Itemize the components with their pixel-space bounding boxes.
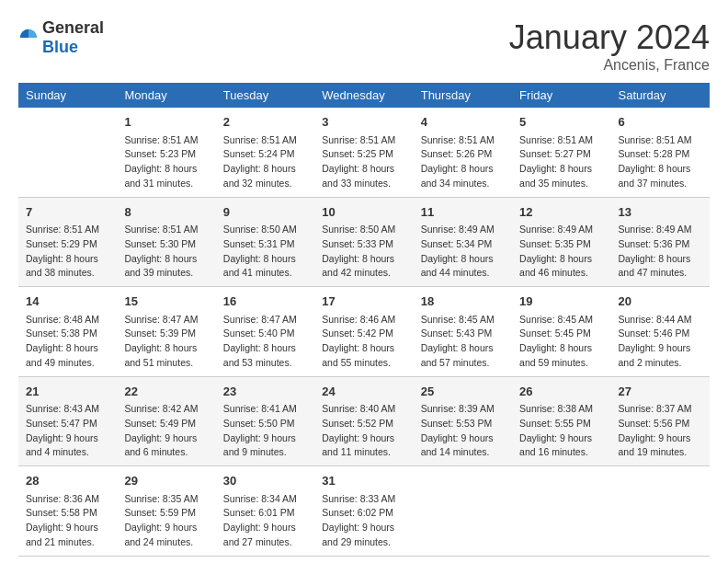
day-number: 4 [421,113,505,132]
day-number: 25 [421,383,505,401]
day-info: Sunrise: 8:44 AMSunset: 5:46 PMDaylight:… [619,313,702,371]
day-info: Sunrise: 8:45 AMSunset: 5:43 PMDaylight:… [421,313,505,371]
week-row-4: 21Sunrise: 8:43 AMSunset: 5:47 PMDayligh… [18,376,710,466]
day-info: Sunrise: 8:35 AMSunset: 5:59 PMDaylight:… [124,492,208,550]
day-info: Sunrise: 8:49 AMSunset: 5:34 PMDaylight:… [421,223,505,281]
day-cell: 24Sunrise: 8:40 AMSunset: 5:52 PMDayligh… [314,376,413,466]
day-number: 31 [322,472,405,490]
day-cell: 3Sunrise: 8:51 AMSunset: 5:25 PMDaylight… [314,108,413,197]
day-cell: 20Sunrise: 8:44 AMSunset: 5:46 PMDayligh… [611,287,710,377]
day-info: Sunrise: 8:51 AMSunset: 5:26 PMDaylight:… [421,133,505,191]
day-info: Sunrise: 8:41 AMSunset: 5:50 PMDaylight:… [223,402,307,460]
day-cell: 13Sunrise: 8:49 AMSunset: 5:36 PMDayligh… [611,197,710,287]
day-number: 8 [124,203,208,222]
day-number: 6 [619,113,702,132]
day-info: Sunrise: 8:38 AMSunset: 5:55 PMDaylight:… [519,402,603,460]
day-cell: 2Sunrise: 8:51 AMSunset: 5:24 PMDaylight… [216,108,314,197]
day-number: 21 [26,383,109,401]
day-cell [18,108,117,197]
location: Ancenis, France [509,57,710,74]
day-cell: 22Sunrise: 8:42 AMSunset: 5:49 PMDayligh… [117,376,215,466]
day-cell: 8Sunrise: 8:51 AMSunset: 5:30 PMDaylight… [117,197,215,287]
day-info: Sunrise: 8:47 AMSunset: 5:40 PMDaylight:… [223,313,307,371]
day-info: Sunrise: 8:33 AMSunset: 6:02 PMDaylight:… [322,492,405,550]
day-info: Sunrise: 8:37 AMSunset: 5:56 PMDaylight:… [619,402,702,460]
page-header: General Blue January 2024 Ancenis, Franc… [18,18,710,74]
day-number: 16 [223,293,307,311]
day-cell: 26Sunrise: 8:38 AMSunset: 5:55 PMDayligh… [512,376,610,466]
day-cell: 6Sunrise: 8:51 AMSunset: 5:28 PMDaylight… [611,108,710,197]
day-info: Sunrise: 8:50 AMSunset: 5:31 PMDaylight:… [223,223,307,281]
day-number: 15 [124,293,208,311]
day-cell: 5Sunrise: 8:51 AMSunset: 5:27 PMDaylight… [512,108,610,197]
day-cell: 9Sunrise: 8:50 AMSunset: 5:31 PMDaylight… [216,197,314,287]
day-info: Sunrise: 8:51 AMSunset: 5:25 PMDaylight:… [322,133,405,191]
day-info: Sunrise: 8:49 AMSunset: 5:35 PMDaylight:… [519,223,603,281]
month-title: January 2024 [509,18,710,57]
day-number: 13 [619,203,702,222]
day-number: 5 [519,113,603,132]
day-cell: 23Sunrise: 8:41 AMSunset: 5:50 PMDayligh… [216,376,314,466]
header-saturday: Saturday [611,83,710,108]
day-number: 12 [519,203,603,222]
week-row-3: 14Sunrise: 8:48 AMSunset: 5:38 PMDayligh… [18,287,710,377]
day-cell: 14Sunrise: 8:48 AMSunset: 5:38 PMDayligh… [18,287,117,377]
day-number: 10 [322,203,405,222]
day-number: 22 [124,383,208,401]
day-number: 28 [26,472,109,490]
day-number: 20 [619,293,702,311]
logo-blue: Blue [42,38,78,56]
logo-general: General [42,18,104,37]
day-cell: 11Sunrise: 8:49 AMSunset: 5:34 PMDayligh… [414,197,512,287]
day-number: 26 [519,383,603,401]
day-info: Sunrise: 8:51 AMSunset: 5:29 PMDaylight:… [26,223,109,281]
header-tuesday: Tuesday [216,83,314,108]
day-cell: 17Sunrise: 8:46 AMSunset: 5:42 PMDayligh… [314,287,413,377]
day-cell: 12Sunrise: 8:49 AMSunset: 5:35 PMDayligh… [512,197,610,287]
day-cell: 19Sunrise: 8:45 AMSunset: 5:45 PMDayligh… [512,287,610,377]
day-cell: 30Sunrise: 8:34 AMSunset: 6:01 PMDayligh… [216,466,314,557]
day-cell: 31Sunrise: 8:33 AMSunset: 6:02 PMDayligh… [314,466,413,557]
header-friday: Friday [512,83,610,108]
day-info: Sunrise: 8:50 AMSunset: 5:33 PMDaylight:… [322,223,405,281]
header-sunday: Sunday [18,83,117,108]
day-cell [414,466,512,557]
day-number: 3 [322,113,405,132]
day-info: Sunrise: 8:49 AMSunset: 5:36 PMDaylight:… [619,223,702,281]
logo-icon [18,28,39,48]
day-number: 29 [124,472,208,490]
day-number: 7 [26,203,109,222]
day-info: Sunrise: 8:51 AMSunset: 5:28 PMDaylight:… [619,133,702,191]
day-number: 2 [223,113,307,132]
day-number: 30 [223,472,307,490]
header-row: SundayMondayTuesdayWednesdayThursdayFrid… [18,83,710,108]
week-row-2: 7Sunrise: 8:51 AMSunset: 5:29 PMDaylight… [18,197,710,287]
day-number: 1 [124,113,208,132]
title-area: January 2024 Ancenis, France [509,18,710,74]
day-info: Sunrise: 8:51 AMSunset: 5:23 PMDaylight:… [124,133,208,191]
day-number: 17 [322,293,405,311]
day-cell: 28Sunrise: 8:36 AMSunset: 5:58 PMDayligh… [18,466,117,557]
day-info: Sunrise: 8:45 AMSunset: 5:45 PMDaylight:… [519,313,603,371]
day-cell: 25Sunrise: 8:39 AMSunset: 5:53 PMDayligh… [414,376,512,466]
day-cell [512,466,610,557]
day-cell: 21Sunrise: 8:43 AMSunset: 5:47 PMDayligh… [18,376,117,466]
day-info: Sunrise: 8:47 AMSunset: 5:39 PMDaylight:… [124,313,208,371]
day-number: 27 [619,383,702,401]
week-row-5: 28Sunrise: 8:36 AMSunset: 5:58 PMDayligh… [18,466,710,557]
day-info: Sunrise: 8:40 AMSunset: 5:52 PMDaylight:… [322,402,405,460]
day-info: Sunrise: 8:51 AMSunset: 5:30 PMDaylight:… [124,223,208,281]
day-info: Sunrise: 8:34 AMSunset: 6:01 PMDaylight:… [223,492,307,550]
day-cell: 18Sunrise: 8:45 AMSunset: 5:43 PMDayligh… [414,287,512,377]
header-thursday: Thursday [414,83,512,108]
day-number: 11 [421,203,505,222]
day-cell: 27Sunrise: 8:37 AMSunset: 5:56 PMDayligh… [611,376,710,466]
day-info: Sunrise: 8:51 AMSunset: 5:27 PMDaylight:… [519,133,603,191]
day-cell: 29Sunrise: 8:35 AMSunset: 5:59 PMDayligh… [117,466,215,557]
day-cell: 7Sunrise: 8:51 AMSunset: 5:29 PMDaylight… [18,197,117,287]
header-wednesday: Wednesday [314,83,413,108]
day-cell: 15Sunrise: 8:47 AMSunset: 5:39 PMDayligh… [117,287,215,377]
day-info: Sunrise: 8:39 AMSunset: 5:53 PMDaylight:… [421,402,505,460]
day-number: 23 [223,383,307,401]
week-row-1: 1Sunrise: 8:51 AMSunset: 5:23 PMDaylight… [18,108,710,197]
